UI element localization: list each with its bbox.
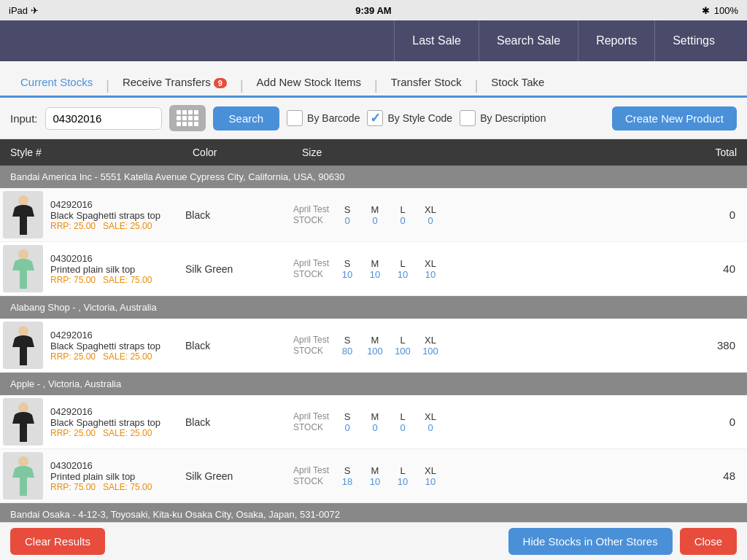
product-code: 04292016 bbox=[50, 330, 179, 341]
svg-point-2 bbox=[18, 326, 28, 336]
grid-icon bbox=[177, 110, 198, 126]
bottom-bar: Clear Results Hide Stocks in Other Store… bbox=[0, 522, 747, 560]
search-bar: Input: Search By Barcode ✓ By Style Code… bbox=[0, 98, 747, 139]
nav-last-sale[interactable]: Last Sale bbox=[394, 20, 479, 61]
clear-results-button[interactable]: Clear Results bbox=[10, 528, 105, 555]
search-button[interactable]: Search bbox=[213, 106, 280, 131]
product-price: RRP: 25.00 SALE: 25.00 bbox=[50, 351, 179, 362]
table-row[interactable]: 04302016 Printed plain silk top RRP: 75.… bbox=[0, 242, 747, 296]
stock-label: STOCK bbox=[293, 215, 333, 225]
table-row[interactable]: 04302016 Printed plain silk top RRP: 75.… bbox=[0, 449, 747, 503]
product-info: 04292016 Black Spaghetti straps top RRP:… bbox=[47, 195, 182, 236]
size-section: April TestSMLXLSTOCK80100100100 bbox=[292, 332, 659, 359]
size-value: XL bbox=[417, 258, 444, 269]
table-header: Style # Color Size Total bbox=[0, 139, 747, 166]
battery-display: 100% bbox=[714, 5, 738, 16]
stock-value: 0 bbox=[417, 215, 444, 226]
tab-transfer-stock[interactable]: Transfer Stock bbox=[378, 69, 475, 98]
product-price: RRP: 75.00 SALE: 75.00 bbox=[50, 275, 179, 285]
search-input[interactable] bbox=[45, 107, 162, 130]
nav-settings[interactable]: Settings bbox=[655, 20, 732, 61]
top-nav: Last Sale Search Sale Reports Settings bbox=[0, 20, 747, 61]
by-style-code-option[interactable]: ✓ By Style Code bbox=[367, 110, 452, 126]
size-value: S bbox=[333, 465, 361, 476]
stock-label: STOCK bbox=[293, 476, 333, 486]
status-bar: iPad ✈ 9:39 AM ✱ 100% bbox=[0, 0, 747, 20]
stock-value: 10 bbox=[417, 269, 444, 280]
stock-value: 18 bbox=[333, 476, 361, 487]
by-style-code-label: By Style Code bbox=[387, 112, 452, 124]
grid-view-button[interactable] bbox=[169, 105, 206, 131]
size-value: S bbox=[333, 335, 361, 346]
stock-value: 100 bbox=[361, 346, 389, 357]
store-header: Apple - , Victoria, Australia bbox=[0, 373, 747, 395]
input-label: Input: bbox=[10, 112, 38, 125]
product-image bbox=[3, 191, 43, 238]
product-info: 04292016 Black Spaghetti straps top RRP:… bbox=[47, 402, 182, 443]
stock-value: 0 bbox=[389, 215, 417, 226]
nav-reports[interactable]: Reports bbox=[578, 20, 655, 61]
col-style: Style # bbox=[10, 147, 193, 158]
product-total: 380 bbox=[659, 339, 747, 351]
nav-search-sale[interactable]: Search Sale bbox=[479, 20, 578, 61]
product-color: Black bbox=[182, 337, 292, 354]
size-value: M bbox=[361, 465, 389, 476]
product-price: RRP: 25.00 SALE: 25.00 bbox=[50, 221, 179, 231]
size-section: April TestSMLXLSTOCK0000 bbox=[292, 408, 659, 436]
stock-value: 0 bbox=[333, 215, 361, 226]
product-info: 04302016 Printed plain silk top RRP: 75.… bbox=[47, 249, 182, 289]
col-total: Total bbox=[649, 147, 737, 158]
bluetooth-icon: ✱ bbox=[702, 5, 710, 16]
size-value: XL bbox=[417, 335, 444, 346]
close-button[interactable]: Close bbox=[680, 528, 737, 555]
stock-value: 80 bbox=[333, 346, 361, 357]
table-row[interactable]: 04292016 Black Spaghetti straps top RRP:… bbox=[0, 395, 747, 449]
table-container: Bandai America Inc - 5551 Katella Avenue… bbox=[0, 166, 747, 551]
table-row[interactable]: 04292016 Black Spaghetti straps top RRP:… bbox=[0, 188, 747, 242]
by-barcode-option[interactable]: By Barcode bbox=[287, 110, 360, 126]
season-label: April Test bbox=[293, 204, 333, 214]
by-description-checkbox[interactable] bbox=[460, 110, 476, 126]
size-value: L bbox=[389, 204, 417, 215]
tab-current-stocks[interactable]: Current Stocks bbox=[7, 69, 106, 98]
by-description-option[interactable]: By Description bbox=[460, 110, 546, 126]
product-image bbox=[3, 322, 43, 369]
store-header: Alabang Shop - , Victoria, Australia bbox=[0, 296, 747, 319]
product-name: Printed plain silk top bbox=[50, 264, 179, 275]
stock-value: 100 bbox=[389, 346, 417, 357]
create-new-product-button[interactable]: Create New Product bbox=[612, 106, 737, 131]
svg-point-0 bbox=[18, 195, 28, 206]
product-name: Black Spaghetti straps top bbox=[50, 417, 179, 428]
stock-label: STOCK bbox=[293, 422, 333, 432]
tab-receive-transfers[interactable]: Receive Transfers9 bbox=[109, 69, 240, 98]
time-display: 9:39 AM bbox=[355, 5, 391, 16]
product-color: Silk Green bbox=[182, 467, 292, 485]
size-section: April TestSMLXLSTOCK18101010 bbox=[292, 462, 659, 490]
product-image bbox=[3, 245, 43, 292]
tab-stock-take[interactable]: Stock Take bbox=[478, 69, 557, 98]
size-value: M bbox=[361, 411, 389, 422]
size-section: April TestSMLXLSTOCK0000 bbox=[292, 201, 659, 229]
size-value: L bbox=[389, 258, 417, 269]
by-style-code-checkbox[interactable]: ✓ bbox=[367, 110, 383, 126]
product-info: 04302016 Printed plain silk top RRP: 75.… bbox=[47, 456, 182, 497]
by-barcode-checkbox[interactable] bbox=[287, 110, 303, 126]
stock-value: 100 bbox=[417, 346, 444, 357]
hide-stocks-button[interactable]: Hide Stocks in Other Stores bbox=[508, 528, 673, 555]
product-image bbox=[3, 398, 43, 446]
svg-point-4 bbox=[18, 456, 28, 467]
tab-add-stock[interactable]: Add New Stock Items bbox=[244, 69, 374, 98]
transfer-badge: 9 bbox=[214, 78, 227, 88]
product-code: 04302016 bbox=[50, 253, 179, 264]
product-total: 0 bbox=[659, 209, 747, 221]
checkmark-icon: ✓ bbox=[370, 110, 381, 126]
size-value: S bbox=[333, 258, 361, 269]
product-color: Black bbox=[182, 413, 292, 431]
svg-point-3 bbox=[18, 402, 28, 413]
stock-value: 0 bbox=[389, 422, 417, 433]
table-row[interactable]: 04292016 Black Spaghetti straps top RRP:… bbox=[0, 319, 747, 373]
season-label: April Test bbox=[293, 335, 333, 345]
stock-value: 10 bbox=[361, 269, 389, 280]
product-color: Black bbox=[182, 206, 292, 224]
stock-value: 0 bbox=[361, 215, 389, 226]
